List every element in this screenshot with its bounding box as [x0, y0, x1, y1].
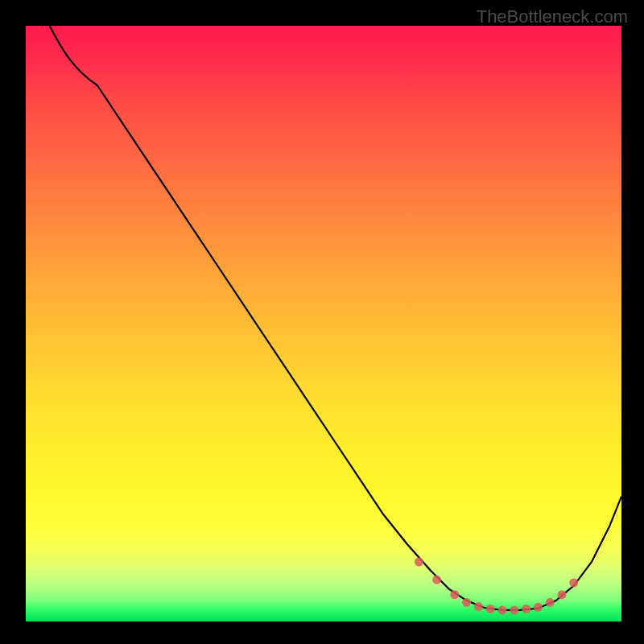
watermark: TheBottleneck.com [477, 6, 628, 27]
marker-dot [546, 598, 555, 607]
marker-dot [510, 605, 518, 614]
marker-dot [450, 590, 459, 599]
marker-dot [522, 605, 530, 613]
marker-dot [486, 605, 495, 613]
marker-dot [558, 590, 567, 599]
curve-line [50, 26, 621, 610]
marker-dot [474, 602, 483, 611]
marker-dot [498, 605, 507, 614]
marker-group [415, 558, 578, 615]
marker-dot [534, 603, 543, 612]
chart-svg [26, 26, 621, 621]
plot-area [26, 26, 621, 621]
marker-dot [415, 558, 423, 567]
marker-dot [432, 576, 441, 584]
marker-dot [569, 578, 578, 587]
marker-dot [462, 598, 471, 607]
